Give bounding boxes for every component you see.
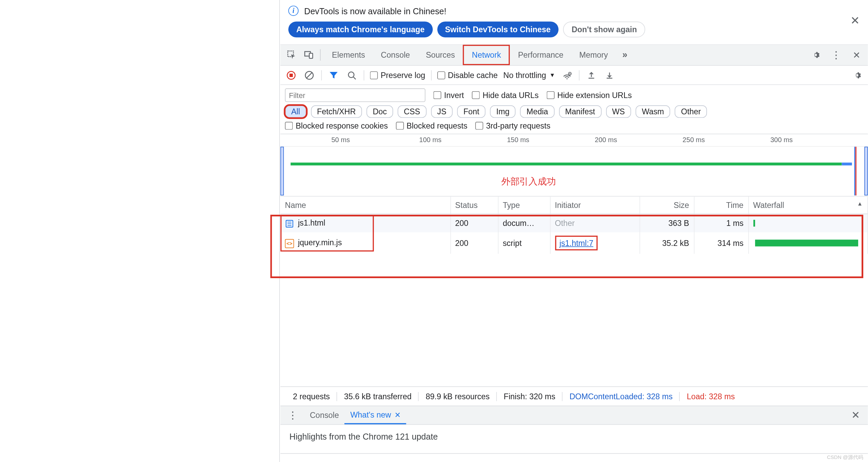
- size-cell: 363 B: [639, 214, 694, 232]
- device-toggle-icon[interactable]: [301, 47, 317, 63]
- col-status[interactable]: Status: [450, 196, 498, 214]
- throttling-select[interactable]: No throttling▼: [503, 71, 555, 80]
- filter-chip-fetchxhr[interactable]: Fetch/XHR: [311, 105, 362, 118]
- svg-line-8: [353, 77, 356, 79]
- more-tabs-icon[interactable]: »: [617, 47, 633, 63]
- request-table: Name Status Type Initiator Size Time Wat…: [281, 196, 868, 254]
- ruler-tick: 200 ms: [595, 136, 617, 144]
- waterfall-cell: [753, 237, 863, 249]
- request-table-wrap: Name Status Type Initiator Size Time Wat…: [281, 196, 868, 386]
- download-icon[interactable]: [603, 69, 616, 81]
- timeline-end-marker[interactable]: [864, 147, 868, 196]
- close-icon[interactable]: ✕: [850, 14, 860, 27]
- file-name: js1.html: [298, 218, 325, 228]
- kebab-menu-icon[interactable]: ⋮: [828, 47, 844, 63]
- filter-chip-wasm[interactable]: Wasm: [636, 105, 670, 118]
- type-cell: script: [498, 232, 550, 254]
- drawer-tab-what-s-new[interactable]: What's new✕: [345, 406, 406, 424]
- table-row[interactable]: <>jquery.min.js200scriptjs1.html:735.2 k…: [281, 232, 868, 254]
- tab-elements[interactable]: Elements: [324, 45, 373, 65]
- ruler-tick: 100 ms: [419, 136, 442, 144]
- col-size[interactable]: Size: [639, 196, 694, 214]
- record-icon[interactable]: [285, 69, 297, 81]
- timeline-overview[interactable]: 50 ms100 ms150 ms200 ms250 ms300 ms 外部引入…: [281, 134, 868, 197]
- filter-chip-media[interactable]: Media: [520, 105, 554, 118]
- status-finish: Finish: 320 ms: [497, 392, 563, 401]
- filter-chip-img[interactable]: Img: [490, 105, 516, 118]
- filter-icon[interactable]: [327, 69, 340, 81]
- disable-cache-checkbox[interactable]: Disable cache: [437, 71, 498, 80]
- dont-show-again-button[interactable]: Don't show again: [563, 21, 645, 37]
- tab-sources[interactable]: Sources: [418, 45, 463, 65]
- status-cell: 200: [450, 232, 498, 254]
- clear-icon[interactable]: [303, 69, 315, 81]
- tab-console[interactable]: Console: [373, 45, 418, 65]
- col-time[interactable]: Time: [694, 196, 748, 214]
- type-filter-chips: AllFetch/XHRDocCSSJSFontImgMediaManifest…: [285, 105, 707, 118]
- timeline-activity-tail: [842, 162, 852, 165]
- inspect-icon[interactable]: [284, 47, 300, 63]
- status-dcl: DOMContentLoaded: 328 ms: [563, 392, 680, 401]
- devtools-tab-bar: ElementsConsoleSourcesNetworkPerformance…: [281, 44, 868, 65]
- col-name[interactable]: Name: [281, 196, 450, 214]
- close-tab-icon[interactable]: ✕: [394, 410, 401, 419]
- filter-chip-other[interactable]: Other: [675, 105, 707, 118]
- search-icon[interactable]: [346, 69, 358, 81]
- match-language-button[interactable]: Always match Chrome's language: [288, 21, 432, 37]
- ruler-tick: 300 ms: [770, 136, 793, 144]
- filter-chip-ws[interactable]: WS: [606, 105, 631, 118]
- filter-chip-css[interactable]: CSS: [398, 105, 426, 118]
- status-load: Load: 328 ms: [680, 392, 742, 401]
- timeline-ruler: 50 ms100 ms150 ms200 ms250 ms300 ms: [281, 134, 868, 147]
- drawer-menu-icon[interactable]: ⋮: [285, 407, 301, 423]
- timeline-activity-bar: [291, 162, 842, 165]
- filter-chip-all[interactable]: All: [285, 105, 306, 118]
- upload-icon[interactable]: [585, 69, 598, 81]
- blocked-requests-checkbox[interactable]: Blocked requests: [396, 121, 467, 130]
- filter-chip-manifest[interactable]: Manifest: [559, 105, 601, 118]
- table-row[interactable]: js1.html200docum…Other363 B1 ms: [281, 214, 868, 232]
- filter-input[interactable]: [285, 89, 425, 102]
- switch-language-button[interactable]: Switch DevTools to Chinese: [437, 21, 559, 37]
- file-name: jquery.min.js: [298, 238, 342, 247]
- devtools-panel: i DevTools is now available in Chinese! …: [281, 0, 868, 462]
- document-icon: [285, 219, 294, 228]
- tab-performance[interactable]: Performance: [510, 45, 572, 65]
- filter-chip-js[interactable]: JS: [431, 105, 452, 118]
- drawer-close-icon[interactable]: ✕: [848, 409, 863, 422]
- network-conditions-icon[interactable]: [561, 69, 573, 81]
- tab-memory[interactable]: Memory: [571, 45, 616, 65]
- status-resources: 89.9 kB resources: [419, 392, 497, 401]
- timeline-body: 外部引入成功: [281, 147, 868, 196]
- ruler-tick: 50 ms: [331, 136, 350, 144]
- ruler-tick: 150 ms: [507, 136, 529, 144]
- col-type[interactable]: Type: [498, 196, 550, 214]
- script-icon: <>: [285, 239, 294, 248]
- filter-chip-font[interactable]: Font: [457, 105, 486, 118]
- preserve-log-checkbox[interactable]: Preserve log: [370, 71, 425, 80]
- blocked-cookies-checkbox[interactable]: Blocked response cookies: [285, 121, 388, 130]
- separator: [431, 70, 431, 80]
- page-content-pane: [0, 0, 280, 462]
- timeline-start-marker[interactable]: [281, 147, 284, 196]
- ruler-tick: 250 ms: [682, 136, 705, 144]
- settings-icon[interactable]: [808, 47, 824, 63]
- separator: [364, 70, 364, 80]
- svg-point-9: [566, 78, 567, 79]
- separator: [320, 49, 321, 60]
- third-party-checkbox[interactable]: 3rd-party requests: [475, 121, 550, 130]
- hide-extension-urls-checkbox[interactable]: Hide extension URLs: [546, 91, 632, 100]
- hide-data-urls-checkbox[interactable]: Hide data URLs: [472, 91, 539, 100]
- initiator-cell[interactable]: js1.html:7: [550, 232, 640, 254]
- svg-rect-2: [309, 53, 313, 58]
- filter-chip-doc[interactable]: Doc: [367, 105, 393, 118]
- separator: [579, 70, 580, 80]
- drawer-tab-console[interactable]: Console: [304, 406, 345, 424]
- tab-network[interactable]: Network: [463, 45, 510, 65]
- network-settings-icon[interactable]: [851, 69, 863, 81]
- filter-bar: Invert Hide data URLs Hide extension URL…: [281, 85, 868, 134]
- close-devtools-icon[interactable]: ✕: [849, 47, 865, 63]
- col-initiator[interactable]: Initiator: [550, 196, 640, 214]
- col-waterfall[interactable]: Waterfall: [748, 196, 868, 214]
- invert-checkbox[interactable]: Invert: [433, 91, 464, 100]
